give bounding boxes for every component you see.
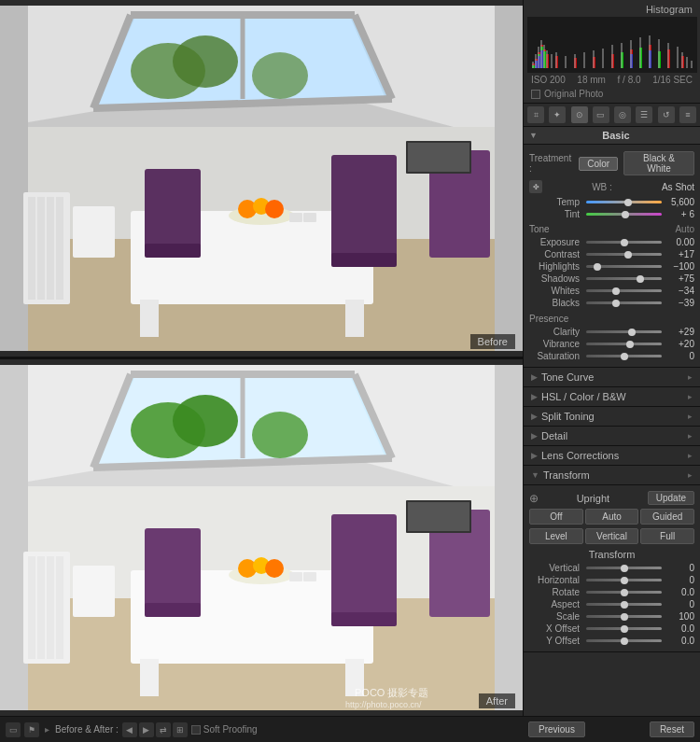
contrast-track[interactable]	[586, 253, 662, 256]
upright-off-btn[interactable]: Off	[529, 509, 583, 525]
panels-scroll[interactable]: ▼ Basic Treatment : Color Black & White …	[524, 127, 700, 716]
basic-section-title: Basic	[602, 130, 629, 141]
saturation-track[interactable]	[586, 355, 662, 357]
shadows-track[interactable]	[586, 277, 662, 280]
transform-label: Transform	[543, 469, 590, 481]
whites-track[interactable]	[586, 289, 662, 292]
transform-vertical-track[interactable]	[586, 567, 662, 569]
transform-horizontal-track[interactable]	[586, 579, 662, 581]
lens-corrections-label: Lens Corrections	[541, 450, 619, 461]
after-photo-panel: POCO 摄影专题 http://photo.poco.cn/ After	[0, 359, 523, 716]
tone-header: Tone Auto	[529, 221, 694, 235]
upright-full-btn[interactable]: Full	[640, 528, 694, 544]
transform-xoffset-track[interactable]	[586, 627, 662, 630]
bw-btn[interactable]: Black & White	[623, 151, 694, 175]
slider-vibrance: Vibrance +20	[529, 339, 694, 349]
slider-blacks: Blacks −39	[529, 298, 694, 308]
tool-hist[interactable]: ≡	[679, 106, 696, 123]
tool-adj[interactable]: ☰	[636, 106, 652, 123]
soft-proofing-checkbox[interactable]	[191, 725, 201, 735]
shutter-value: 1/16 SEC	[652, 75, 693, 85]
svg-rect-125	[649, 35, 651, 68]
upright-row: ⊕ Upright Update	[529, 489, 694, 507]
ba-copy[interactable]: ⊞	[173, 722, 188, 737]
split-toning-section[interactable]: ▶ Split Toning ▸	[524, 407, 700, 427]
transform-vertical: Vertical 0	[529, 563, 694, 573]
upright-level-btn[interactable]: Level	[529, 528, 583, 544]
svg-rect-57	[28, 556, 35, 659]
exposure-track[interactable]	[586, 241, 662, 244]
clarity-track[interactable]	[586, 330, 662, 333]
soft-proofing-row: Soft Proofing	[191, 724, 258, 735]
svg-rect-119	[593, 50, 595, 68]
detail-arrow: ▶	[531, 431, 538, 441]
svg-point-50	[173, 395, 238, 447]
camera-info: ISO 200 18 mm f / 8.0 1/16 SEC	[527, 73, 696, 87]
soft-proofing-label: Soft Proofing	[203, 724, 258, 735]
ba-arrow-left[interactable]: ◀	[122, 722, 137, 737]
upright-auto-btn[interactable]: Auto	[585, 509, 639, 525]
lens-corrections-arrow: ▶	[531, 451, 538, 460]
transform-yoffset-track[interactable]	[586, 639, 662, 642]
highlights-track[interactable]	[586, 265, 662, 268]
svg-rect-36	[408, 143, 469, 172]
color-btn[interactable]: Color	[579, 157, 618, 171]
wb-eyedropper[interactable]: ✤	[529, 180, 542, 193]
transform-yoffset: Y Offset 0.0	[529, 636, 694, 646]
ba-swap[interactable]: ⇄	[156, 722, 171, 737]
previous-btn[interactable]: Previous	[528, 721, 585, 737]
blacks-track[interactable]	[586, 301, 662, 304]
tone-curve-section[interactable]: ▶ Tone Curve ▸	[524, 368, 700, 387]
svg-rect-61	[73, 566, 115, 617]
tool-crop[interactable]: ⌗	[527, 106, 544, 123]
before-photo-panel: Before	[0, 0, 523, 357]
photo-area: Before 245776	[0, 0, 523, 716]
svg-rect-122	[621, 43, 623, 68]
bottom-icon-left[interactable]: ▭	[6, 722, 21, 737]
svg-rect-118	[583, 52, 585, 68]
tone-auto[interactable]: Auto	[675, 224, 694, 234]
svg-rect-113	[546, 50, 548, 68]
transform-rotate: Rotate 0.0	[529, 587, 694, 597]
hsl-section[interactable]: ▶ HSL / Color / B&W ▸	[524, 387, 700, 407]
ba-arrow-right[interactable]: ▶	[139, 722, 154, 737]
basic-section-header[interactable]: ▼ Basic	[524, 127, 700, 145]
vibrance-track[interactable]	[586, 343, 662, 345]
upright-vertical-btn[interactable]: Vertical	[585, 528, 639, 544]
wb-value: As Shot	[662, 182, 694, 192]
transform-horizontal: Horizontal 0	[529, 575, 694, 585]
temp-track[interactable]	[586, 201, 662, 203]
bottom-icon-flag[interactable]: ⚑	[24, 722, 39, 737]
temp-thumb[interactable]	[624, 199, 632, 206]
svg-rect-130	[686, 57, 688, 68]
svg-rect-32	[331, 155, 397, 258]
tint-track[interactable]	[586, 213, 662, 216]
tool-prev[interactable]: ↺	[658, 106, 675, 123]
svg-point-11	[173, 35, 238, 88]
transform-section-header[interactable]: ▼ Transform ▸	[524, 466, 700, 485]
before-after-arrows: ◀ ▶ ⇄ ⊞	[122, 722, 188, 737]
reset-btn[interactable]: Reset	[650, 721, 694, 737]
svg-rect-25	[345, 300, 364, 337]
lens-corrections-section[interactable]: ▶ Lens Corrections ▸	[524, 446, 700, 466]
svg-text:POCO 摄影专题: POCO 摄影专题	[355, 687, 428, 698]
tool-redeye[interactable]: ⊙	[571, 106, 588, 123]
svg-rect-30	[145, 169, 201, 253]
tint-thumb[interactable]	[622, 211, 629, 218]
detail-section[interactable]: ▶ Detail ▸	[524, 427, 700, 446]
tool-radial[interactable]: ◎	[614, 106, 631, 123]
histogram-section: Histogram	[524, 0, 700, 104]
transform-scale-track[interactable]	[586, 615, 662, 618]
svg-rect-108	[532, 62, 534, 68]
update-btn[interactable]: Update	[648, 491, 694, 505]
transform-sub-title: Transform	[529, 546, 694, 561]
transform-aspect-track[interactable]	[586, 603, 662, 606]
upright-guided-btn[interactable]: Guided	[640, 509, 694, 525]
tool-heal[interactable]: ✦	[549, 106, 566, 123]
tool-gradient[interactable]: ▭	[593, 106, 609, 123]
svg-rect-76	[289, 572, 302, 581]
svg-point-29	[265, 200, 284, 218]
original-photo-checkbox[interactable]	[531, 90, 540, 99]
before-label: Before	[470, 334, 515, 349]
transform-rotate-track[interactable]	[586, 591, 662, 594]
